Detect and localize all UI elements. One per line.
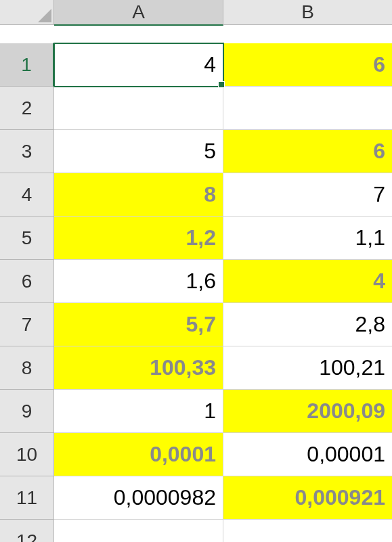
cell-A11[interactable]: 0,0000982	[54, 476, 223, 520]
cell-A12[interactable]	[54, 520, 223, 542]
row-header-11[interactable]: 11	[0, 476, 54, 520]
cell-B12[interactable]	[223, 520, 392, 542]
row-header-6[interactable]: 6	[0, 260, 54, 303]
cell-B6[interactable]: 4	[223, 260, 392, 303]
cell-A4[interactable]: 8	[54, 173, 223, 217]
cell-B4[interactable]: 7	[223, 173, 392, 217]
row-header-4[interactable]: 4	[0, 173, 54, 217]
row-header-10[interactable]: 10	[0, 433, 54, 476]
svg-marker-0	[38, 9, 51, 22]
column-header-A[interactable]: A	[54, 0, 223, 26]
cell-B11[interactable]: 0,000921	[223, 476, 392, 520]
column-header-B[interactable]: B	[223, 0, 392, 25]
cell-A1[interactable]: 4	[54, 43, 223, 87]
cell-B1[interactable]: 6	[223, 43, 392, 87]
select-all-corner[interactable]	[0, 0, 54, 25]
row-header-3[interactable]: 3	[0, 130, 54, 173]
cell-B7[interactable]: 2,8	[223, 303, 392, 346]
row-header-12[interactable]: 12	[0, 520, 54, 542]
cell-B10[interactable]: 0,00001	[223, 433, 392, 476]
cell-B9[interactable]: 2000,09	[223, 390, 392, 433]
cell-A9[interactable]: 1	[54, 390, 223, 433]
row-header-2[interactable]: 2	[0, 87, 54, 130]
row-header-7[interactable]: 7	[0, 303, 54, 346]
row-header-8[interactable]: 8	[0, 346, 54, 390]
cell-A2[interactable]	[54, 87, 223, 130]
select-all-triangle-icon	[38, 9, 51, 22]
row-header-5[interactable]: 5	[0, 217, 54, 260]
cell-B3[interactable]: 6	[223, 130, 392, 173]
row-header-1[interactable]: 1	[0, 43, 54, 87]
cell-A7[interactable]: 5,7	[54, 303, 223, 346]
cell-B8[interactable]: 100,21	[223, 346, 392, 390]
row-header-9[interactable]: 9	[0, 390, 54, 433]
cell-A3[interactable]: 5	[54, 130, 223, 173]
cell-A5[interactable]: 1,2	[54, 217, 223, 260]
cell-A8[interactable]: 100,33	[54, 346, 223, 390]
cell-B2[interactable]	[223, 87, 392, 130]
cell-A10[interactable]: 0,0001	[54, 433, 223, 476]
cell-A6[interactable]: 1,6	[54, 260, 223, 303]
cell-B5[interactable]: 1,1	[223, 217, 392, 260]
spreadsheet-grid: A B 1 4 6 2 3 5 6 4 8 7 5 1,2 1,1 6 1,6 …	[0, 0, 392, 542]
